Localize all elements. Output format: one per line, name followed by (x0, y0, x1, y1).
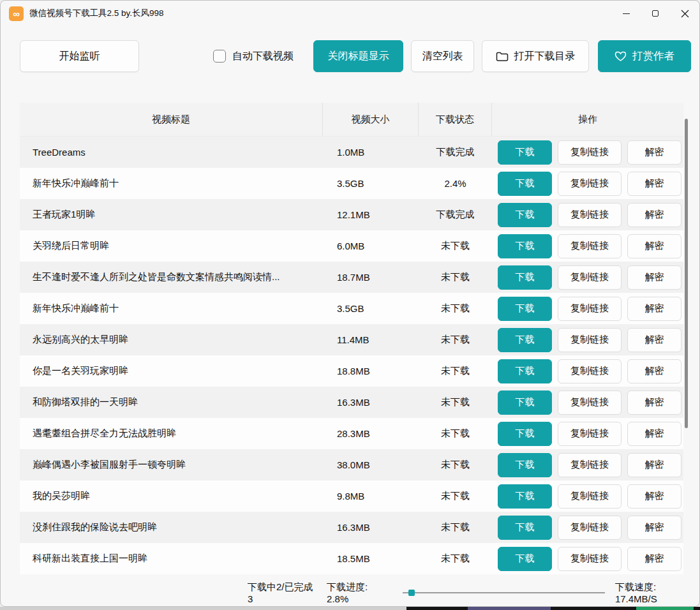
table-header: 视频标题 视频大小 下载状态 操作 (20, 103, 683, 137)
decrypt-button[interactable]: 解密 (627, 297, 681, 321)
window-title: 微信视频号下载工具2.5 by.长风998 (29, 8, 164, 19)
download-button[interactable]: 下载 (498, 297, 552, 321)
copy-link-button[interactable]: 复制链接 (558, 453, 622, 477)
table-row: 生不逢时爱不逢人所到之处皆是命数文案情感共鸣阅读情... 18.7MB 未下载 … (20, 262, 683, 293)
decrypt-button[interactable]: 解密 (627, 391, 681, 415)
decrypt-button[interactable]: 解密 (627, 516, 681, 540)
sliver-purple-segment (468, 607, 551, 610)
row-actions: 下载 复制链接 解密 (492, 516, 683, 540)
table-row: 我的吴莎明眸 9.8MB 未下载 下载 复制链接 解密 (20, 480, 683, 512)
row-actions: 下载 复制链接 解密 (492, 453, 683, 477)
download-button[interactable]: 下载 (498, 328, 552, 352)
minimize-button[interactable] (611, 1, 641, 26)
close-title-display-button[interactable]: 关闭标题显示 (313, 40, 403, 72)
download-status-cell: 未下载 (419, 459, 492, 471)
download-status-cell: 未下载 (419, 553, 492, 565)
row-actions: 下载 复制链接 解密 (492, 422, 683, 446)
tip-author-label: 打赏作者 (632, 49, 674, 63)
close-button[interactable] (670, 1, 699, 26)
video-size-cell: 18.7MB (323, 272, 419, 283)
copy-link-button[interactable]: 复制链接 (558, 140, 622, 165)
download-status-cell: 未下载 (419, 365, 492, 377)
row-actions: 下载 复制链接 解密 (492, 203, 683, 227)
decrypt-button[interactable]: 解密 (627, 265, 681, 290)
download-status-cell: 下载完成 (419, 146, 492, 158)
copy-link-button[interactable]: 复制链接 (558, 265, 622, 290)
download-button[interactable]: 下载 (498, 516, 552, 540)
download-button[interactable]: 下载 (498, 547, 552, 571)
download-status-cell: 下载完成 (419, 209, 492, 221)
download-button[interactable]: 下载 (498, 234, 552, 258)
download-button[interactable]: 下载 (498, 172, 552, 196)
video-size-cell: 3.5GB (323, 178, 419, 189)
copy-link-button[interactable]: 复制链接 (558, 516, 622, 540)
download-status-cell: 未下载 (419, 271, 492, 283)
download-button[interactable]: 下载 (498, 422, 552, 446)
heart-icon (614, 51, 627, 62)
copy-link-button[interactable]: 复制链接 (558, 547, 622, 571)
download-button[interactable]: 下载 (498, 359, 552, 383)
download-button[interactable]: 下载 (498, 484, 552, 509)
copy-link-button[interactable]: 复制链接 (558, 234, 622, 258)
decrypt-button[interactable]: 解密 (627, 140, 681, 165)
video-size-cell: 28.3MB (323, 428, 419, 439)
download-status-cell: 未下载 (419, 521, 492, 533)
column-header-action: 操作 (492, 103, 683, 136)
title-bar: ∞ 微信视频号下载工具2.5 by.长风998 (1, 1, 699, 26)
maximize-icon (652, 10, 659, 17)
decrypt-button[interactable]: 解密 (627, 172, 681, 196)
start-listen-button[interactable]: 开始监听 (20, 40, 139, 72)
decrypt-button[interactable]: 解密 (627, 203, 681, 227)
decrypt-button[interactable]: 解密 (627, 453, 681, 477)
clear-list-button[interactable]: 清空列表 (411, 40, 474, 72)
decrypt-button[interactable]: 解密 (627, 234, 681, 258)
copy-link-button[interactable]: 复制链接 (558, 328, 622, 352)
video-title-cell: 新年快乐冲巅峰前十 (20, 177, 323, 190)
table-row: 王者玩家1明眸 12.1MB 下载完成 下载 复制链接 解密 (20, 199, 683, 230)
window-controls (611, 1, 699, 26)
table-row: 新年快乐冲巅峰前十 3.5GB 2.4% 下载 复制链接 解密 (20, 168, 683, 199)
open-download-dir-label: 打开下载目录 (514, 50, 576, 63)
download-button[interactable]: 下载 (498, 265, 552, 290)
copy-link-button[interactable]: 复制链接 (558, 297, 622, 321)
decrypt-button[interactable]: 解密 (627, 547, 681, 571)
decrypt-button[interactable]: 解密 (627, 422, 681, 446)
table-row: 新年快乐冲巅峰前十 3.5GB 未下载 下载 复制链接 解密 (20, 293, 683, 324)
progress-slider-thumb[interactable] (408, 590, 415, 596)
progress-slider[interactable] (403, 590, 605, 596)
table-body: TreeDreams 1.0MB 下载完成 下载 复制链接 解密 新年快乐冲巅峰… (20, 137, 683, 574)
video-title-cell: 王者玩家1明眸 (20, 209, 323, 221)
vertical-scrollbar[interactable] (685, 119, 688, 428)
sliver-green-segment (636, 607, 694, 610)
maximize-button[interactable] (641, 1, 670, 26)
table-row: 巅峰偶遇小李被国服射手一顿夸明眸 38.0MB 未下载 下载 复制链接 解密 (20, 449, 683, 480)
copy-link-button[interactable]: 复制链接 (558, 172, 622, 196)
row-actions: 下载 复制链接 解密 (492, 140, 683, 165)
table-row: 没刹住跟我的保险说去吧明眸 16.3MB 未下载 下载 复制链接 解密 (20, 512, 683, 543)
video-title-cell: 和防御塔双排的一天明眸 (20, 396, 323, 408)
auto-download-checkbox[interactable] (213, 50, 226, 63)
copy-link-button[interactable]: 复制链接 (558, 203, 622, 227)
open-download-dir-button[interactable]: 打开下载目录 (482, 40, 589, 72)
decrypt-button[interactable]: 解密 (627, 359, 681, 383)
video-size-cell: 38.0MB (323, 459, 419, 470)
download-button[interactable]: 下载 (498, 453, 552, 477)
table-row: 你是一名关羽玩家明眸 18.8MB 未下载 下载 复制链接 解密 (20, 355, 683, 387)
video-title-cell: 科研新出装直接上国一明眸 (20, 553, 323, 565)
tip-author-button[interactable]: 打赏作者 (598, 40, 691, 72)
download-button[interactable]: 下载 (498, 140, 552, 165)
copy-link-button[interactable]: 复制链接 (558, 391, 622, 415)
table-row: 科研新出装直接上国一明眸 18.5MB 未下载 下载 复制链接 解密 (20, 543, 683, 574)
copy-link-button[interactable]: 复制链接 (558, 422, 622, 446)
decrypt-button[interactable]: 解密 (627, 328, 681, 352)
copy-link-button[interactable]: 复制链接 (558, 359, 622, 383)
decrypt-button[interactable]: 解密 (627, 484, 681, 509)
download-button[interactable]: 下载 (498, 203, 552, 227)
download-button[interactable]: 下载 (498, 391, 552, 415)
table-row: 遇耄耋组合拼尽全力无法战胜明眸 28.3MB 未下载 下载 复制链接 解密 (20, 418, 683, 449)
row-actions: 下载 复制链接 解密 (492, 391, 683, 415)
row-actions: 下载 复制链接 解密 (492, 172, 683, 196)
copy-link-button[interactable]: 复制链接 (558, 484, 622, 509)
close-icon (681, 10, 689, 18)
row-actions: 下载 复制链接 解密 (492, 547, 683, 571)
